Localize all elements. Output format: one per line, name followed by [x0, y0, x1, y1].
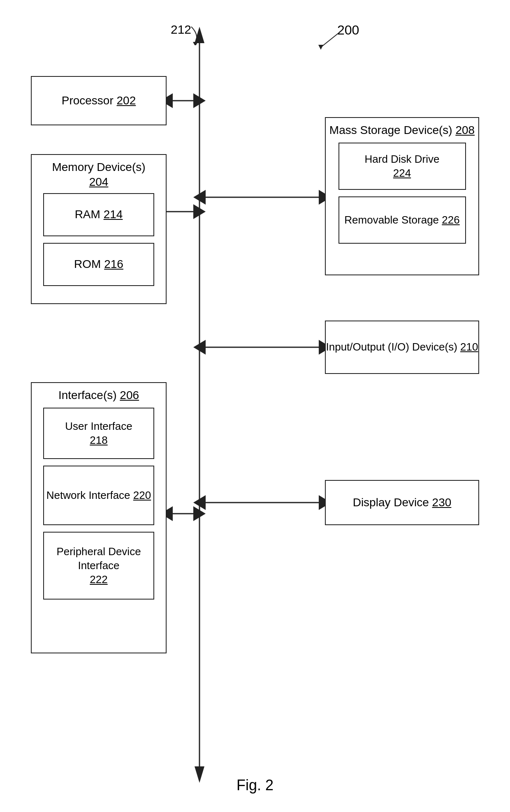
io-devices-box: Input/Output (I/O) Device(s) 210: [325, 321, 479, 374]
svg-marker-14: [318, 45, 323, 50]
interfaces-box: Interface(s) 206 User Interface 218 Netw…: [31, 382, 167, 653]
diagram-container: 200 212 Processor 202 Memory Device(s) 2…: [0, 0, 510, 812]
display-box: Display Device 230: [325, 480, 479, 525]
hdd-label: Hard Disk Drive: [364, 153, 439, 165]
processor-box: Processor 202: [31, 76, 167, 125]
io-label: Input/Output (I/O) Device(s): [326, 341, 457, 353]
rom-label: ROM: [74, 258, 101, 270]
rom-ref: 216: [104, 258, 123, 270]
display-label: Display Device: [353, 496, 429, 509]
mass-storage-label: Mass Storage Device(s): [329, 124, 452, 136]
memory-label: Memory Device(s): [52, 161, 145, 173]
mass-storage-ref: 208: [455, 124, 475, 136]
processor-label: Processor: [62, 94, 114, 107]
ram-ref: 214: [104, 208, 123, 221]
ram-box: RAM 214: [43, 193, 154, 236]
ref-arrow-200: [313, 27, 345, 51]
svg-line-13: [321, 31, 341, 47]
svg-marker-15: [193, 42, 198, 45]
interfaces-label: Interface(s): [58, 389, 117, 401]
mass-storage-box: Mass Storage Device(s) 208 Hard Disk Dri…: [325, 117, 479, 275]
memory-box: Memory Device(s) 204 RAM 214 ROM 216: [31, 154, 167, 304]
user-interface-box: User Interface 218: [43, 408, 154, 459]
peripheral-ref: 222: [90, 573, 107, 586]
removable-label: Removable Storage: [344, 214, 439, 226]
rom-box: ROM 216: [43, 243, 154, 286]
peripheral-box: Peripheral Device Interface 222: [43, 532, 154, 600]
network-interface-label: Network Interface: [46, 489, 130, 501]
user-interface-ref: 218: [90, 434, 107, 446]
io-ref: 210: [460, 341, 478, 353]
display-ref: 230: [432, 496, 452, 509]
removable-box: Removable Storage 226: [338, 196, 466, 244]
processor-ref: 202: [117, 94, 136, 107]
network-interface-ref: 220: [133, 489, 151, 501]
ram-label: RAM: [75, 208, 100, 221]
svg-marker-6: [195, 766, 204, 783]
hdd-ref: 224: [393, 167, 411, 179]
interfaces-ref: 206: [120, 389, 139, 401]
hdd-box: Hard Disk Drive 224: [338, 143, 466, 190]
memory-ref: 204: [89, 175, 109, 188]
network-interface-box: Network Interface 220: [43, 466, 154, 525]
bus-label-arrow: [175, 23, 204, 45]
removable-ref: 226: [442, 214, 459, 226]
peripheral-label: Peripheral Device Interface: [56, 545, 141, 572]
user-interface-label: User Interface: [65, 420, 132, 432]
figure-label: Fig. 2: [236, 777, 274, 787]
